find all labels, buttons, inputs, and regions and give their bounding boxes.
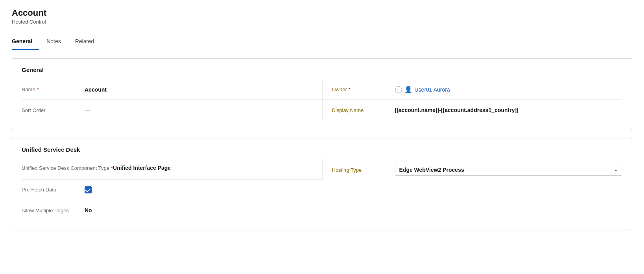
owner-field-row: Owner * ○ 👤 User01 Aurora	[322, 79, 623, 100]
page-title: Account	[12, 8, 632, 18]
pre-fetch-row: Pre-Fetch Data	[22, 180, 322, 200]
display-name-field-row: Display Name [[account.name]]-[[account.…	[322, 100, 623, 120]
tab-notes[interactable]: Notes	[39, 35, 68, 50]
hosting-type-select[interactable]: Edge WebView2 Process ⌄	[395, 164, 623, 176]
usd-fields-grid: Unified Service Desk Component Type * Un…	[22, 159, 622, 221]
general-left-col: Name * Account Sort Order ---	[22, 79, 322, 120]
usd-left-col: Unified Service Desk Component Type * Un…	[22, 159, 322, 221]
owner-circle-icon: ○	[395, 86, 402, 93]
sort-order-field-row: Sort Order ---	[22, 100, 322, 120]
pre-fetch-checkbox[interactable]	[85, 186, 92, 193]
name-field-row: Name * Account	[22, 79, 322, 100]
display-name-label: Display Name	[332, 107, 395, 113]
page-header: Account Hosted Control	[0, 0, 644, 25]
hosting-type-value: Edge WebView2 Process ⌄	[395, 164, 623, 176]
hosting-type-label: Hosting Type	[332, 167, 395, 173]
allow-multiple-pages-label: Allow Multiple Pages	[22, 208, 85, 213]
usd-section-title: Unified Service Desk	[22, 146, 622, 153]
name-label: Name *	[22, 86, 85, 92]
usd-component-type-value: Unified Interface Page	[113, 165, 316, 171]
name-required-star: *	[37, 86, 39, 92]
person-icon: 👤	[404, 86, 412, 93]
owner-required-star: *	[349, 86, 351, 92]
sort-order-label: Sort Order	[22, 107, 85, 113]
owner-value[interactable]: ○ 👤 User01 Aurora	[395, 86, 623, 93]
owner-label: Owner *	[332, 86, 395, 92]
pre-fetch-label: Pre-Fetch Data	[22, 187, 85, 193]
display-name-value: [[account.name]]-[[account.address1_coun…	[395, 107, 623, 113]
pre-fetch-value	[85, 186, 316, 193]
allow-multiple-pages-row: Allow Multiple Pages No	[22, 200, 322, 221]
name-value: Account	[85, 86, 316, 93]
usd-section: Unified Service Desk Unified Service Des…	[12, 138, 632, 230]
tab-related[interactable]: Related	[68, 35, 101, 50]
usd-component-type-label: Unified Service Desk Component Type *	[22, 165, 113, 172]
general-fields-grid: Name * Account Sort Order --- Owner *	[22, 79, 622, 120]
hosting-type-selected-value: Edge WebView2 Process	[399, 167, 464, 173]
tab-general[interactable]: General	[12, 35, 39, 50]
chevron-down-icon: ⌄	[614, 167, 618, 173]
allow-multiple-pages-value: No	[85, 207, 316, 213]
hosting-type-row: Hosting Type Edge WebView2 Process ⌄	[322, 159, 623, 180]
general-right-col: Owner * ○ 👤 User01 Aurora Display Name […	[322, 79, 623, 120]
tab-bar: General Notes Related	[0, 29, 644, 50]
usd-component-type-row: Unified Service Desk Component Type * Un…	[22, 159, 322, 180]
general-section: General Name * Account Sort Order ---	[12, 58, 632, 130]
usd-right-col: Hosting Type Edge WebView2 Process ⌄	[322, 159, 623, 221]
general-section-title: General	[22, 66, 622, 73]
sort-order-value: ---	[85, 107, 316, 113]
main-content: General Name * Account Sort Order ---	[0, 50, 644, 238]
page-subtitle: Hosted Control	[12, 19, 632, 25]
